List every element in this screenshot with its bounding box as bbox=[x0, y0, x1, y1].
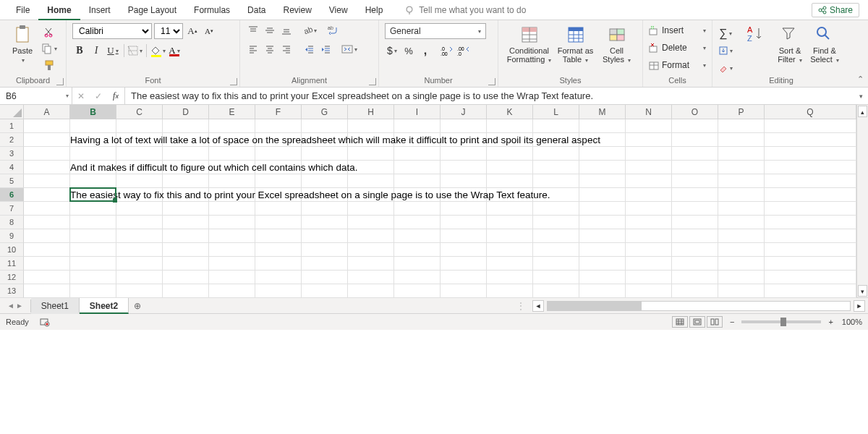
tab-view[interactable]: View bbox=[320, 0, 357, 20]
cell-B2[interactable]: Having a lot of text will take a lot of … bbox=[70, 133, 600, 147]
col-header-O[interactable]: O bbox=[672, 105, 718, 119]
formula-input[interactable]: The easiest way to fix this and to print… bbox=[125, 88, 854, 104]
col-header-H[interactable]: H bbox=[348, 105, 394, 119]
sort-az-button[interactable]: AZ bbox=[740, 23, 772, 74]
format-painter-button[interactable] bbox=[42, 58, 56, 72]
cell-B6[interactable]: The easiest way to fix this and to print… bbox=[70, 188, 550, 202]
col-header-E[interactable]: E bbox=[209, 105, 255, 119]
view-pagelayout-button[interactable] bbox=[689, 316, 705, 328]
share-button[interactable]: Share bbox=[812, 3, 859, 17]
decrease-font-button[interactable]: A▾ bbox=[202, 24, 216, 38]
increase-font-button[interactable]: A▴ bbox=[185, 24, 200, 38]
decrease-decimal-button[interactable]: .00.0 bbox=[456, 43, 471, 58]
tab-home[interactable]: Home bbox=[38, 0, 80, 20]
tab-insert[interactable]: Insert bbox=[80, 0, 119, 20]
align-left-button[interactable] bbox=[246, 42, 260, 56]
col-header-D[interactable]: D bbox=[163, 105, 209, 119]
zoom-out-button[interactable]: − bbox=[730, 318, 734, 326]
view-pagebreak-button[interactable] bbox=[707, 316, 723, 328]
tab-file[interactable]: File bbox=[7, 0, 38, 20]
col-header-F[interactable]: F bbox=[255, 105, 302, 119]
borders-button[interactable]: ▾ bbox=[128, 43, 142, 58]
row-header-9[interactable]: 9 bbox=[0, 229, 24, 243]
zoom-slider[interactable] bbox=[741, 320, 821, 323]
font-color-button[interactable]: A▾ bbox=[167, 43, 182, 58]
cut-button[interactable] bbox=[42, 25, 56, 39]
col-header-J[interactable]: J bbox=[441, 105, 487, 119]
find-select-button[interactable]: Find & Select ▾ bbox=[808, 23, 841, 74]
accounting-format-button[interactable]: $▾ bbox=[385, 43, 399, 58]
collapse-ribbon-button[interactable]: ⌃ bbox=[857, 75, 864, 84]
tab-data[interactable]: Data bbox=[239, 0, 274, 20]
sort-filter-button[interactable]: Sort & Filter ▾ bbox=[775, 23, 805, 74]
col-header-B[interactable]: B bbox=[70, 105, 116, 119]
clipboard-dialog-launcher[interactable] bbox=[56, 78, 64, 85]
decrease-indent-button[interactable] bbox=[302, 42, 317, 56]
add-sheet-button[interactable]: ⊕ bbox=[129, 301, 146, 311]
col-header-A[interactable]: A bbox=[24, 105, 70, 119]
row-header-2[interactable]: 2 bbox=[0, 133, 24, 147]
hscroll-left-button[interactable]: ◄ bbox=[532, 300, 544, 312]
row-header-12[interactable]: 12 bbox=[0, 271, 24, 284]
increase-decimal-button[interactable]: .0.00 bbox=[440, 43, 454, 58]
conditional-formatting-button[interactable]: Conditional Formatting ▾ bbox=[507, 23, 552, 74]
formula-expand-button[interactable]: ▾ bbox=[854, 88, 868, 104]
formula-accept-button[interactable]: ✓ bbox=[90, 89, 107, 103]
row-header-6[interactable]: 6 bbox=[0, 188, 24, 202]
italic-button[interactable]: I bbox=[89, 43, 103, 58]
alignment-dialog-launcher[interactable] bbox=[369, 78, 376, 85]
col-header-M[interactable]: M bbox=[579, 105, 626, 119]
orientation-button[interactable]: ab▾ bbox=[302, 23, 317, 38]
tab-review[interactable]: Review bbox=[274, 0, 320, 20]
tab-formulas[interactable]: Formulas bbox=[185, 0, 239, 20]
tab-pagelayout[interactable]: Page Layout bbox=[119, 0, 185, 20]
wrap-text-button[interactable]: ab bbox=[326, 23, 340, 38]
copy-button[interactable]: ▾ bbox=[42, 41, 56, 56]
align-middle-button[interactable] bbox=[263, 23, 277, 38]
col-header-C[interactable]: C bbox=[116, 105, 163, 119]
tellme-search[interactable]: Tell me what you want to do bbox=[404, 5, 526, 15]
align-right-button[interactable] bbox=[279, 42, 294, 56]
underline-button[interactable]: U▾ bbox=[106, 43, 120, 58]
cell-B4[interactable]: And it makes if difficult to figure out … bbox=[70, 161, 357, 174]
name-box[interactable]: B6▾ bbox=[0, 88, 72, 104]
col-header-G[interactable]: G bbox=[302, 105, 348, 119]
col-header-P[interactable]: P bbox=[718, 105, 765, 119]
format-as-table-button[interactable]: Format as Table ▾ bbox=[555, 23, 597, 74]
align-bottom-button[interactable] bbox=[279, 23, 294, 38]
row-header-4[interactable]: 4 bbox=[0, 161, 24, 174]
bold-button[interactable]: B bbox=[72, 43, 87, 58]
sheet-nav[interactable]: ◄► bbox=[0, 302, 30, 310]
vertical-scrollbar[interactable]: ▴▾ bbox=[856, 105, 868, 297]
delete-cells-button[interactable]: Delete▾ bbox=[649, 41, 706, 55]
row-header-11[interactable]: 11 bbox=[0, 257, 24, 271]
font-size-select[interactable]: 11 bbox=[154, 23, 183, 39]
comma-format-button[interactable]: , bbox=[418, 43, 433, 58]
zoom-in-button[interactable]: + bbox=[828, 318, 833, 326]
font-dialog-launcher[interactable] bbox=[230, 78, 237, 85]
col-header-K[interactable]: K bbox=[487, 105, 533, 119]
horizontal-scrollbar[interactable] bbox=[547, 301, 851, 311]
insert-cells-button[interactable]: Insert▾ bbox=[649, 23, 706, 38]
number-dialog-launcher[interactable] bbox=[488, 78, 495, 85]
number-format-select[interactable]: General▾ bbox=[385, 23, 486, 39]
increase-indent-button[interactable] bbox=[319, 42, 333, 56]
macro-record-icon[interactable] bbox=[39, 317, 49, 327]
col-header-N[interactable]: N bbox=[626, 105, 672, 119]
zoom-value[interactable]: 100% bbox=[842, 318, 862, 326]
select-all-button[interactable] bbox=[0, 105, 24, 119]
view-normal-button[interactable] bbox=[672, 316, 688, 328]
fill-button[interactable]: ▾ bbox=[718, 43, 733, 58]
row-header-5[interactable]: 5 bbox=[0, 174, 24, 188]
clear-button[interactable]: ▾ bbox=[718, 61, 733, 75]
col-header-I[interactable]: I bbox=[394, 105, 441, 119]
fill-color-button[interactable]: ▾ bbox=[150, 43, 165, 58]
align-top-button[interactable] bbox=[246, 23, 260, 38]
sheet-tab-1[interactable]: Sheet1 bbox=[31, 298, 80, 314]
cells-area[interactable]: Having a lot of text will take a lot of … bbox=[24, 119, 856, 297]
tab-help[interactable]: Help bbox=[357, 0, 392, 20]
paste-button[interactable]: Paste▾ bbox=[6, 23, 39, 74]
cell-styles-button[interactable]: Cell Styles ▾ bbox=[600, 23, 634, 74]
row-header-13[interactable]: 13 bbox=[0, 284, 24, 298]
sheet-tab-2[interactable]: Sheet2 bbox=[80, 298, 129, 314]
